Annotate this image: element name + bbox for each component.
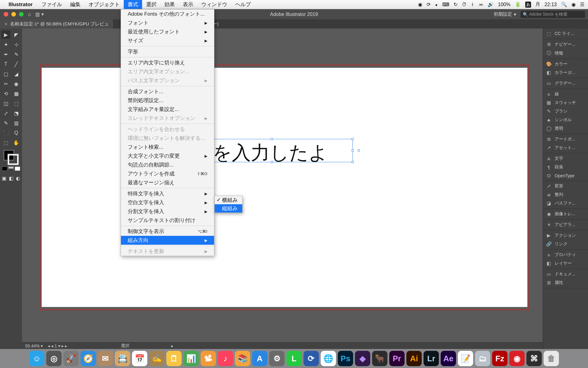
- color-mode-swatch[interactable]: [2, 167, 7, 171]
- workspace-preset-dropdown[interactable]: 初期設定▾: [494, 11, 516, 17]
- tool-button[interactable]: ◫: [1, 99, 10, 108]
- dock-app-icon[interactable]: ✍: [149, 351, 164, 366]
- menu-item[interactable]: サンプルテキストの割り付け: [121, 216, 214, 225]
- artboard[interactable]: 字を入力したよ: [42, 68, 527, 307]
- spotlight-icon[interactable]: 🔍: [561, 2, 567, 7]
- color-mode-swatch[interactable]: [15, 167, 20, 171]
- panel-item[interactable]: ◧レイヤー: [543, 259, 588, 268]
- menu-item[interactable]: エリア内文字に切り換え: [121, 58, 214, 67]
- dock-app-icon[interactable]: Ai: [406, 351, 422, 366]
- menu-item[interactable]: 句読点の自動調節...: [121, 160, 214, 169]
- home-icon[interactable]: ⌂: [28, 11, 31, 17]
- dock-app-icon[interactable]: ♪: [218, 351, 233, 366]
- submenu-item[interactable]: 縦組み: [215, 204, 242, 213]
- close-tab-icon[interactable]: ✕: [4, 22, 8, 26]
- tool-button[interactable]: ⊹: [12, 40, 21, 49]
- arrange-icon[interactable]: ▥ ▾: [35, 11, 43, 17]
- dock-app-icon[interactable]: Ps: [338, 351, 353, 366]
- selection-handle[interactable]: [352, 161, 354, 163]
- tool-button[interactable]: ◢: [12, 70, 21, 78]
- dock-app-icon[interactable]: ◆: [355, 351, 370, 366]
- minimize-window-button[interactable]: [11, 12, 16, 17]
- panel-item[interactable]: ⓘ情報: [543, 49, 588, 58]
- panel-item[interactable]: ↗アセット...: [543, 144, 588, 152]
- tool-button[interactable]: ✒: [1, 50, 10, 59]
- sync-icon[interactable]: ↻: [454, 2, 458, 7]
- tool-button[interactable]: ⬚: [12, 99, 21, 108]
- panel-item[interactable]: ¶段落: [543, 163, 588, 171]
- menu-ヘルプ[interactable]: ヘルプ: [231, 0, 255, 9]
- menu-item[interactable]: フォント▶: [121, 18, 214, 27]
- panel-item[interactable]: ≡線: [543, 90, 588, 98]
- menu-書式[interactable]: 書式: [124, 0, 142, 9]
- menu-item[interactable]: 分割文字を挿入▶: [121, 207, 214, 216]
- panel-item[interactable]: ◪パスファ...: [543, 199, 588, 208]
- panel-item[interactable]: ◉画像トレ...: [543, 210, 588, 218]
- dock-app-icon[interactable]: ⟳: [303, 351, 319, 366]
- menu-選択[interactable]: 選択: [142, 0, 160, 9]
- line-icon[interactable]: ◉: [418, 2, 422, 7]
- menu-item[interactable]: フォント検索...: [121, 143, 214, 151]
- panel-item[interactable]: ▭ドキュメ...: [543, 270, 588, 278]
- dock-app-icon[interactable]: 🗑: [544, 351, 559, 366]
- dock-app-icon[interactable]: 📝: [458, 351, 473, 366]
- dock-app-icon[interactable]: 🌐: [321, 351, 336, 366]
- menu-item[interactable]: 字形: [121, 47, 214, 56]
- menu-item[interactable]: 制御文字を表示⌥⌘I: [121, 227, 214, 236]
- panel-item[interactable]: ≣整列: [543, 190, 588, 199]
- tool-button[interactable]: ⬔: [12, 109, 21, 117]
- bluetooth-icon[interactable]: ᚼ: [471, 2, 474, 7]
- siri-icon[interactable]: ◉: [571, 2, 576, 7]
- dock-app-icon[interactable]: 🧭: [81, 351, 96, 366]
- panel-item[interactable]: ⊞属性: [543, 278, 588, 287]
- panel-item[interactable]: A文字: [543, 154, 588, 163]
- volume-icon[interactable]: 🔊: [488, 2, 494, 7]
- zoom-window-button[interactable]: [19, 12, 24, 17]
- panel-item[interactable]: ⧉アートボ...: [543, 135, 588, 144]
- screen-mode-button[interactable]: ▣: [1, 174, 7, 182]
- panel-item[interactable]: 🎨カラー: [543, 60, 588, 68]
- menu-item[interactable]: Adobe Fonts その他のフォント...: [121, 10, 214, 18]
- dock-app-icon[interactable]: L: [286, 351, 302, 366]
- dock-app-icon[interactable]: 📚: [235, 351, 250, 366]
- menu-item[interactable]: アウトラインを作成⇧⌘O: [121, 169, 214, 178]
- cc-icon[interactable]: ⟳: [427, 2, 431, 7]
- tool-button[interactable]: ⬚: [1, 138, 10, 147]
- tool-button[interactable]: Q: [12, 128, 21, 137]
- artboard-nav[interactable]: ◂ ◂ 1 ▾ ▸ ▸: [48, 343, 67, 348]
- menu-item[interactable]: 大文字と小文字の変更▶: [121, 151, 214, 160]
- color-mode-swatch[interactable]: [8, 167, 14, 171]
- selection-handle[interactable]: [271, 161, 273, 163]
- panel-item[interactable]: ♣シンボル: [543, 116, 588, 124]
- panel-item[interactable]: ⚙ナビゲー...: [543, 40, 588, 49]
- dock-app-icon[interactable]: 📅: [132, 351, 147, 366]
- dock-app-icon[interactable]: 🐂: [372, 351, 387, 366]
- menu-item[interactable]: 最適なマージン揃え: [121, 178, 214, 187]
- tool-button[interactable]: ✋: [12, 138, 21, 147]
- panel-item[interactable]: ⬚CC ライ...: [543, 29, 588, 38]
- menu-item[interactable]: サイズ▶: [121, 36, 214, 45]
- selection-handle[interactable]: [352, 149, 354, 151]
- dock-app-icon[interactable]: ☺: [29, 351, 44, 366]
- tool-button[interactable]: ▦: [12, 89, 21, 98]
- menu-item[interactable]: 組み方向▶: [121, 236, 214, 245]
- dock-app-icon[interactable]: ⚙: [269, 351, 285, 366]
- wifi-icon[interactable]: ⫘: [478, 2, 483, 7]
- dock-app-icon[interactable]: 📊: [183, 351, 199, 366]
- panel-item[interactable]: OOpenType: [543, 171, 588, 180]
- status-arrow-icon[interactable]: ▸: [171, 343, 173, 348]
- tool-button[interactable]: T: [1, 60, 10, 68]
- selection-handle[interactable]: [271, 138, 273, 140]
- close-window-button[interactable]: [4, 12, 8, 17]
- tool-button[interactable]: ⟲: [1, 89, 10, 98]
- menu-ファイル[interactable]: ファイル: [37, 0, 66, 9]
- dock-app-icon[interactable]: 🗒: [166, 351, 182, 366]
- submenu-item[interactable]: ✓横組み: [215, 196, 242, 204]
- dock-app-icon[interactable]: ◉: [509, 351, 525, 366]
- panel-item[interactable]: ▶アクション: [543, 231, 588, 240]
- dropbox-icon[interactable]: ⬥: [435, 2, 438, 7]
- dock-app-icon[interactable]: A: [252, 351, 267, 366]
- battery-icon[interactable]: 🔋: [515, 2, 521, 7]
- tool-button[interactable]: ⬛: [1, 128, 10, 137]
- tool-button[interactable]: ◉: [12, 79, 21, 88]
